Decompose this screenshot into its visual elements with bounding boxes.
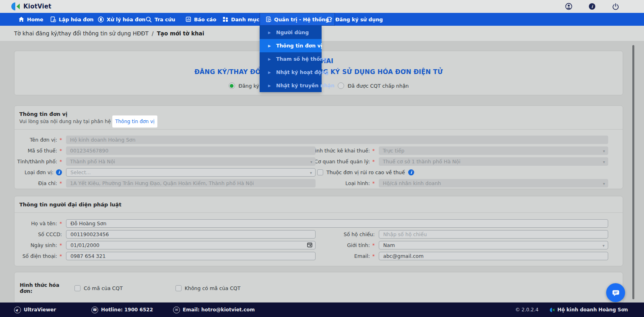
menu-item-thong-tin-don-vi[interactable]: ▶ Thông tin đơn vị	[260, 39, 322, 52]
field-label-hinh-thuc-ke-khai: Hình thức kê khai thuế:	[320, 148, 375, 154]
menu-item-nhat-ky-hoat-dong[interactable]: ▶ Nhật ký hoạt động	[260, 66, 322, 79]
nav-item-bao-cao[interactable]: Báo cáo	[186, 13, 216, 26]
menu-item-nguoi-dung[interactable]: ▶ Người dùng	[260, 26, 322, 39]
menu-item-label: Nhật ký hoạt động	[276, 69, 329, 75]
checkbox-icon[interactable]	[74, 285, 80, 291]
register-pencil-icon	[327, 16, 332, 22]
nav-item-dang-ky-su-dung[interactable]: Đăng ký sử dụng	[327, 13, 383, 26]
caret-down-icon: ▾	[310, 159, 312, 164]
representative-title: Thông tin người đại diện pháp luật	[19, 202, 618, 208]
report-icon	[186, 16, 191, 22]
footer-email[interactable]: ✉ Email: hotro@kiotviet.com	[173, 307, 255, 313]
input-ho-va-ten[interactable]: Đỗ Hoàng Sơn	[66, 219, 608, 228]
field-label-ho-va-ten: Họ và tên:	[18, 220, 62, 226]
field-label-dia-chi: Địa chỉ:	[18, 180, 62, 186]
breadcrumb-separator: /	[152, 30, 154, 37]
top-bar: KiotViet i	[0, 0, 644, 13]
info-icon[interactable]: i	[56, 169, 62, 175]
arrow-right-icon: ▶	[268, 70, 271, 74]
unit-info-panel: Thông tin đơn vị Vui lòng sửa nội dung n…	[14, 105, 623, 189]
radio-label: Đã được CQT chấp nhận	[348, 83, 409, 89]
unit-info-title: Thông tin đơn vị	[19, 111, 618, 117]
footer-company-name: Hộ kinh doanh Hoàng Sơn	[557, 307, 628, 313]
input-ma-so-thue: 001234567890	[66, 146, 316, 155]
admin-dropdown-menu: ▶ Người dùng ▶ Thông tin đơn vị ▶ Tham s…	[260, 26, 322, 92]
unit-info-note: Vui lòng sửa nội dung này tại phân hệ Th…	[19, 119, 618, 124]
input-so-dien-thoai[interactable]: 0987 654 321	[66, 252, 316, 260]
user-account-icon[interactable]	[565, 3, 572, 10]
nav-item-quan-tri-he-thong[interactable]: Quản trị - Hệ thống ▶ Người dùng ▶ Thông…	[260, 13, 335, 26]
nav-item-lap-hoa-don[interactable]: Lập hóa đơn	[50, 13, 93, 26]
select-tinh-thanh-pho: Thành phố Hà Nội ▾	[66, 157, 316, 166]
field-label-tinh-thanh-pho: Tỉnh/thành phố:	[18, 158, 62, 165]
input-email[interactable]: abc@gmail.com	[379, 252, 608, 260]
nav-item-danh-muc[interactable]: Danh mục	[223, 13, 259, 26]
menu-item-label: Tham số hệ thống	[276, 56, 327, 62]
field-label-email: Email:	[320, 253, 375, 259]
nav-label: Xử lý hóa đơn	[107, 16, 145, 23]
select-loai-hinh: Hộ/cá nhân kinh doanh ▾	[379, 179, 608, 187]
app-version: © 2.0.2.4	[515, 307, 539, 313]
note-prefix: Vui lòng sửa nội dung này tại phân hệ	[19, 119, 111, 124]
nav-label: Home	[27, 16, 43, 23]
caret-down-icon: ▾	[603, 148, 605, 153]
select-gioi-tinh[interactable]: Nam ▾	[379, 241, 608, 249]
checkbox-icon[interactable]	[317, 169, 323, 175]
radio-unselected-icon[interactable]	[338, 82, 344, 89]
footer-hotline[interactable]: ☎ Hotline: 1900 6522	[91, 307, 153, 313]
input-ngay-sinh[interactable]: 01/01/2000	[66, 241, 316, 249]
arrow-right-icon: ▶	[268, 44, 271, 48]
breadcrumb-parent[interactable]: Tờ khai đăng ký/thay đổi thông tin sử dụ…	[14, 30, 149, 37]
caret-down-icon: ▾	[603, 181, 605, 185]
field-label-so-cccd: Số CCCD:	[18, 231, 62, 237]
select-loai-don-vi[interactable]: Select... ▾	[66, 168, 316, 177]
menu-item-nhat-ky-truyen-nhan[interactable]: ▶ Nhật ký truyền nhận	[260, 79, 322, 92]
info-icon[interactable]: i	[588, 3, 596, 10]
caret-down-icon: ▾	[603, 159, 605, 164]
checkbox-rui-ro-row[interactable]: Thuộc đơn vị rủi ro cao về thuế i	[317, 169, 608, 175]
nav-label: Tra cứu	[155, 16, 175, 23]
representative-panel: Thông tin người đại diện pháp luật Họ và…	[14, 196, 623, 266]
vertical-scrollbar[interactable]	[632, 45, 634, 299]
arrow-right-icon: ▶	[268, 57, 271, 61]
breadcrumb: Tờ khai đăng ký/thay đổi thông tin sử dụ…	[0, 26, 644, 41]
radio-da-duoc-cqt[interactable]: Đã được CQT chấp nhận	[338, 82, 409, 89]
brand-name: KiotViet	[23, 3, 52, 10]
app-window: KiotViet i	[0, 0, 644, 317]
field-label-ngay-sinh: Ngày sinh:	[18, 242, 62, 248]
checkbox-co-ma-cqt[interactable]: Có mã của CQT	[74, 285, 123, 291]
field-label-co-quan-thue: Cơ quan thuế quản lý:	[320, 158, 375, 165]
checkbox-khong-co-ma-cqt[interactable]: Không có mã của CQT	[175, 285, 241, 291]
nav-label: Đăng ký sử dụng	[335, 16, 383, 23]
field-label-ma-so-thue: Mã số thuế:	[18, 148, 62, 154]
checkbox-icon[interactable]	[175, 285, 182, 291]
caret-down-icon: ▾	[310, 170, 312, 175]
kiotviet-logo[interactable]: KiotViet	[11, 2, 52, 11]
checkbox-label: Có mã của CQT	[84, 285, 123, 291]
calendar-icon[interactable]	[307, 242, 312, 249]
nav-item-xu-ly-hoa-don[interactable]: Xử lý hóa đơn	[98, 13, 145, 26]
info-icon[interactable]: i	[408, 169, 414, 175]
select-co-quan-thue: Thuế cơ sở 1 thành phố Hà Nội ▾	[379, 157, 608, 166]
nav-item-tra-cuu[interactable]: Tra cứu	[146, 13, 175, 26]
kiotviet-mini-logo-icon	[550, 307, 555, 313]
footer-bar: ▲ UltraViewer ☎ Hotline: 1900 6522 ✉ Ema…	[0, 303, 644, 317]
nav-item-home[interactable]: Home	[19, 13, 43, 26]
home-icon	[19, 16, 24, 22]
nav-label: Báo cáo	[194, 16, 216, 23]
search-icon	[146, 16, 152, 23]
radio-selected-icon[interactable]	[229, 82, 235, 89]
chat-bubble-button[interactable]	[606, 283, 625, 302]
input-ten-don-vi: Hộ kinh doanh Hoàng Sơn	[66, 136, 608, 144]
menu-item-tham-so-he-thong[interactable]: ▶ Tham số hệ thống	[260, 52, 322, 66]
field-label-gioi-tinh: Giới tính:	[320, 242, 375, 248]
unit-info-link[interactable]: Thông tin đơn vị	[112, 115, 157, 128]
main-nav: Home Lập hóa đơn Xử lý hóa đơn Tra cứu	[0, 13, 644, 26]
power-icon[interactable]	[612, 3, 619, 10]
footer-ultraviewer[interactable]: ▲ UltraViewer	[14, 307, 56, 313]
mail-icon: ✉	[173, 307, 180, 313]
input-so-ho-chieu[interactable]: Nhập số hộ chiếu	[379, 230, 608, 239]
chat-icon	[611, 288, 620, 297]
category-grid-icon	[223, 16, 228, 22]
input-so-cccd[interactable]: 001190023456	[66, 230, 316, 239]
